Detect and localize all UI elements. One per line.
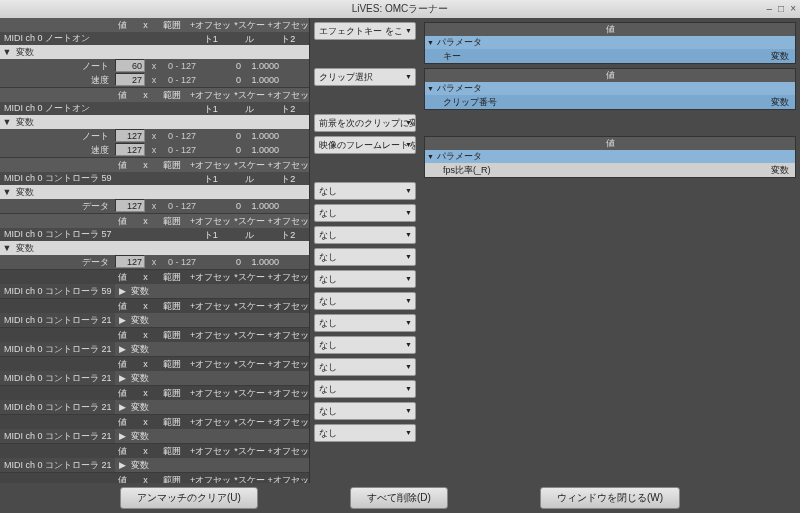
param-item[interactable]: キー変数 [425,49,795,63]
offset2-input[interactable] [283,59,310,72]
mapping-row: エフェクトキー をこ 値 パラメータ キー変数 [314,22,796,64]
action-select[interactable]: 前景を次のクリップに変更 [314,114,416,132]
action-select[interactable]: なし [314,424,416,442]
offset1-input[interactable] [201,129,245,142]
param-sub-header[interactable]: パラメータ [425,36,795,49]
clear-unmatched-button[interactable]: アンマッチのクリア(U) [120,487,258,509]
variable-row[interactable]: ▼ 変数 [0,241,310,255]
variable-row[interactable]: ▶ 変数 [115,342,309,356]
expand-right-icon[interactable]: ▶ [115,458,129,472]
offset2-input[interactable] [283,199,310,212]
action-select[interactable]: 映像のフレームレートを [314,136,416,154]
param-sub-header[interactable]: パラメータ [425,82,795,95]
action-select[interactable]: なし [314,270,416,288]
expand-right-icon[interactable]: ▶ [115,313,129,327]
expand-right-icon[interactable]: ▶ [115,429,129,443]
scale-input[interactable] [245,73,283,86]
col-range: 範囲 [154,415,190,429]
col-range: 範囲 [154,299,190,313]
scale-input[interactable] [245,59,283,72]
maximize-icon[interactable]: □ [778,0,784,18]
action-select[interactable]: クリップ選択 [314,68,416,86]
col-range: 範囲 [154,18,190,32]
param-item[interactable]: クリップ番号変数 [425,95,795,109]
variable-row[interactable]: ▼ 変数 [0,45,310,59]
action-select[interactable]: エフェクトキー をこ [314,22,416,40]
col-scale: *スケール [232,357,268,371]
range-label: 0 - 127 [163,143,201,157]
col-x: x [137,415,154,429]
column-header-row: 値 x 範囲 +オフセット1 *スケール +オフセット2 [0,299,309,313]
action-select[interactable]: なし [314,358,416,376]
action-select[interactable]: なし [314,182,416,200]
action-select[interactable]: なし [314,314,416,332]
footer-bar: アンマッチのクリア(U) すべて削除(D) ウィンドウを閉じる(W) [0,483,800,513]
variable-row[interactable]: ▶ 変数 [115,284,309,298]
col-range: 範囲 [154,158,190,172]
variable-row[interactable]: ▶ 変数 [115,429,309,443]
expand-right-icon[interactable]: ▶ [115,400,129,414]
offset2-input[interactable] [283,129,310,142]
value-input[interactable] [115,199,145,212]
minimize-icon[interactable]: – [767,0,773,18]
value-input[interactable] [115,143,145,156]
action-select[interactable]: なし [314,336,416,354]
scale-input[interactable] [245,143,283,156]
col-scale: *スケール [232,415,268,429]
offset1-input[interactable] [201,59,245,72]
column-header-row: 値 x 範囲 +オフセット1 *スケール +オフセット2 [0,357,309,371]
variable-row[interactable]: ▶ 変数 [115,400,309,414]
col-offset1: +オフセット1 [190,214,232,228]
action-select[interactable]: なし [314,204,416,222]
scale-input[interactable] [245,255,283,268]
offset2-input[interactable] [283,73,310,86]
scale-input[interactable] [245,199,283,212]
offset1-input[interactable] [201,255,245,268]
data-label: 速度 [0,73,115,87]
expand-down-icon[interactable]: ▼ [0,185,14,199]
column-header-row: 値 x 範囲 +オフセット1 *スケール +オフセット2 [0,214,309,228]
param-sub-header[interactable]: パラメータ [425,150,795,163]
expand-down-icon[interactable]: ▼ [0,45,14,59]
expand-down-icon[interactable]: ▼ [0,115,14,129]
param-item[interactable]: fps比率(_R)変数 [425,163,795,177]
midi-block: 値 x 範囲 +オフセット1 *スケール +オフセット2 MIDI ch 0 コ… [0,473,309,483]
close-window-button[interactable]: ウィンドウを閉じる(W) [540,487,680,509]
delete-all-button[interactable]: すべて削除(D) [350,487,448,509]
col-val: 値 [109,357,137,371]
expand-down-icon[interactable]: ▼ [0,241,14,255]
scale-input[interactable] [245,129,283,142]
variable-row[interactable]: ▶ 変数 [115,458,309,472]
action-select[interactable]: なし [314,292,416,310]
action-select[interactable]: なし [314,380,416,398]
col-offset1: +オフセット1 [190,444,232,458]
offset1-input[interactable] [201,199,245,212]
expand-right-icon[interactable]: ▶ [115,342,129,356]
expand-right-icon[interactable]: ▶ [115,284,129,298]
variable-row[interactable]: ▶ 変数 [115,313,309,327]
col-x: x [137,18,154,32]
column-header-row: 値 x 範囲 +オフセット1 *スケール +オフセット2 [0,386,309,400]
offset2-input[interactable] [283,255,310,268]
value-input[interactable] [115,255,145,268]
value-input[interactable] [115,129,145,142]
variable-row[interactable]: ▶ 変数 [115,371,309,385]
mapping-row: なし [314,424,796,442]
variable-row[interactable]: ▼ 変数 [0,115,310,129]
expand-right-icon[interactable]: ▶ [115,371,129,385]
offset1-input[interactable] [201,143,245,156]
mapping-row: なし [314,336,796,354]
action-select[interactable]: なし [314,402,416,420]
value-input[interactable] [115,73,145,86]
offset2-input[interactable] [283,143,310,156]
data-row: 速度 x 0 - 127 [0,143,310,157]
window-title: LiVES: OMCラーナー [352,3,449,14]
close-icon[interactable]: × [790,0,796,18]
action-select[interactable]: なし [314,226,416,244]
value-input[interactable] [115,59,145,72]
variable-label: 変数 [129,284,309,298]
midi-block: 値 x 範囲 +オフセット1 *スケール +オフセット2 MIDI ch 0 コ… [0,299,309,328]
action-select[interactable]: なし [314,248,416,266]
variable-row[interactable]: ▼ 変数 [0,185,310,199]
offset1-input[interactable] [201,73,245,86]
